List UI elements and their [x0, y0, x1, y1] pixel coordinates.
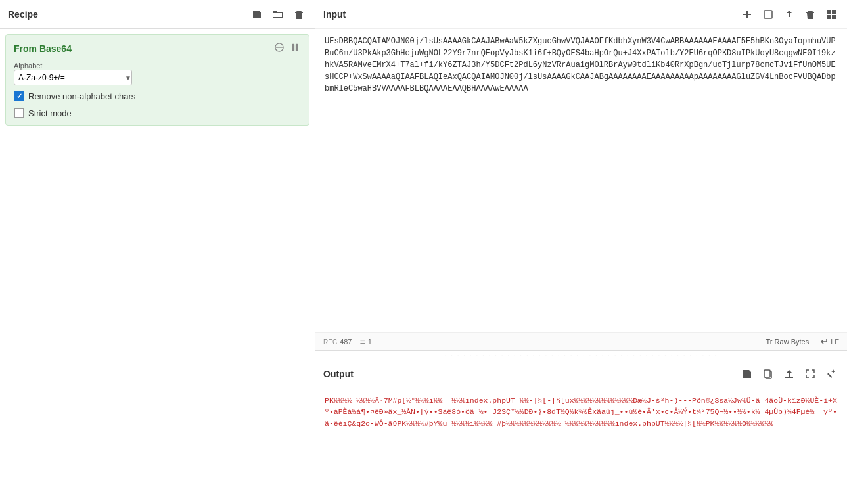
status-right: Tr Raw Bytes LF	[764, 337, 839, 346]
disable-icon	[275, 43, 284, 52]
trash-icon	[294, 9, 304, 20]
window-icon	[763, 9, 773, 20]
svg-rect-2	[292, 44, 295, 51]
output-title: Output	[323, 369, 739, 379]
pause-icon	[290, 43, 300, 52]
delete-recipe-button[interactable]	[291, 8, 307, 21]
section-divider: · · · · · · · · · · · · · · · · · · · · …	[315, 351, 847, 359]
save-recipe-button[interactable]	[249, 8, 265, 21]
alphabet-field-row: Alphabet ▼	[14, 62, 301, 85]
export-output-button[interactable]	[781, 367, 797, 380]
input-status-bar: REC 487 ≡ 1 Tr Raw Bytes LF	[315, 332, 847, 351]
right-panel: Input	[315, 0, 847, 504]
new-window-button[interactable]	[760, 8, 776, 21]
input-section: Input	[315, 0, 847, 359]
rec-value: 487	[340, 338, 352, 346]
alphabet-dropdown-arrow[interactable]: ▼	[121, 73, 135, 83]
svg-rect-8	[832, 15, 836, 19]
input-header: Input	[315, 0, 847, 29]
grid-icon	[826, 9, 836, 20]
plus-icon	[742, 9, 752, 20]
remove-nonalpha-text: Remove non-alphabet chars	[28, 91, 135, 101]
output-header: Output	[315, 359, 847, 388]
lines-value: 1	[368, 338, 372, 346]
recipe-toolbar	[249, 8, 307, 21]
status-lines: ≡ 1	[359, 336, 371, 347]
ingredient-header: From Base64	[14, 41, 301, 55]
add-input-button[interactable]	[739, 8, 755, 21]
left-panel: Recipe From Base64	[0, 0, 315, 504]
clear-input-button[interactable]	[802, 8, 818, 21]
grid-button[interactable]	[823, 8, 839, 21]
rec-label: REC	[323, 338, 337, 346]
lf-indicator: LF	[819, 337, 839, 346]
return-icon	[819, 337, 829, 346]
input-textarea[interactable]: UEsDBBQACQAIAMOJN00j/lsUsAAAAGkCAAJABwAa…	[315, 29, 847, 332]
remove-nonalpha-label[interactable]: ✓ Remove non-alphabet chars	[14, 91, 135, 101]
svg-rect-3	[296, 44, 298, 51]
wand-icon	[826, 369, 836, 379]
disable-ingredient-button[interactable]	[273, 41, 285, 55]
lines-icon: ≡	[359, 336, 365, 347]
save-icon	[252, 9, 262, 20]
ingredient-name: From Base64	[14, 43, 72, 54]
input-toolbar	[739, 8, 839, 21]
alphabet-input[interactable]	[14, 70, 121, 85]
alphabet-input-wrap[interactable]: ▼	[14, 70, 132, 85]
save-output-button[interactable]	[739, 367, 755, 380]
svg-rect-6	[832, 10, 836, 14]
recipe-content: From Base64	[0, 29, 315, 504]
delete-icon	[805, 9, 815, 20]
remove-nonalpha-checkbox[interactable]: ✓	[14, 91, 24, 101]
strict-mode-text: Strict mode	[28, 108, 72, 118]
strict-mode-label[interactable]: Strict mode	[14, 108, 72, 118]
svg-rect-5	[827, 10, 831, 14]
wand-button[interactable]	[823, 367, 839, 380]
input-title: Input	[323, 9, 739, 20]
raw-bytes-label: Raw Bytes	[775, 338, 810, 346]
raw-bytes-button[interactable]: Tr Raw Bytes	[764, 337, 812, 346]
remove-nonalpha-row: ✓ Remove non-alphabet chars	[14, 91, 301, 101]
raw-bytes-icon: Tr	[766, 338, 773, 346]
export-icon	[784, 369, 794, 379]
ingredient-card-from-base64: From Base64	[5, 34, 309, 126]
strict-mode-row: Strict mode	[14, 108, 301, 118]
svg-rect-4	[764, 11, 772, 18]
checkbox-checkmark: ✓	[16, 92, 22, 101]
recipe-header: Recipe	[0, 0, 315, 29]
strict-mode-checkbox[interactable]	[14, 108, 24, 118]
copy-icon	[763, 369, 773, 379]
expand-icon	[805, 369, 815, 379]
alphabet-label: Alphabet	[14, 62, 301, 70]
recipe-title: Recipe	[8, 9, 249, 20]
expand-output-button[interactable]	[802, 367, 818, 380]
status-rec: REC 487	[323, 338, 352, 346]
output-textarea: PK½½½½ ½½½½Ā·7M#p[½°½½½i½½ ½½½index.phpU…	[315, 388, 847, 504]
pause-ingredient-button[interactable]	[289, 41, 301, 55]
ingredient-controls	[273, 41, 301, 55]
save-output-icon	[742, 369, 752, 379]
svg-rect-7	[827, 15, 831, 19]
import-icon	[784, 9, 794, 20]
folder-icon	[273, 9, 283, 20]
output-toolbar	[739, 367, 839, 380]
lf-label: LF	[831, 338, 839, 346]
svg-rect-10	[764, 370, 770, 377]
copy-output-button[interactable]	[760, 367, 776, 380]
import-button[interactable]	[781, 8, 797, 21]
output-section: Output	[315, 359, 847, 504]
open-recipe-button[interactable]	[270, 8, 286, 21]
